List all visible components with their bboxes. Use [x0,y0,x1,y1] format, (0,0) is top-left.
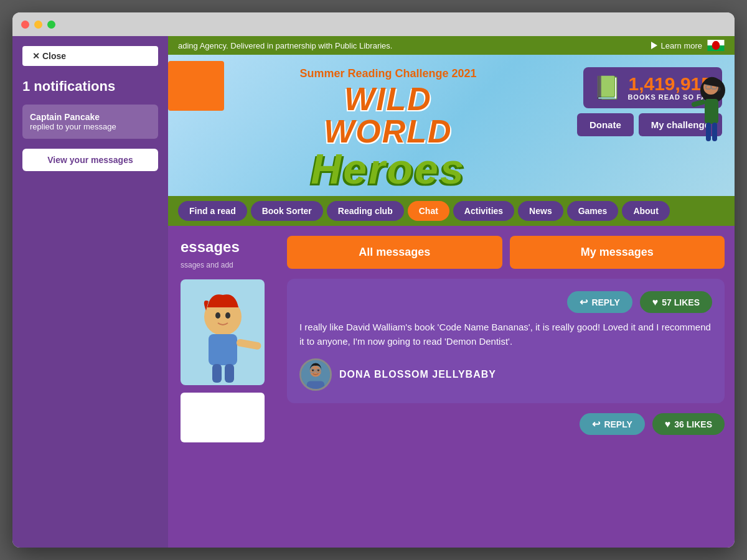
user-avatar-1 [299,358,332,391]
reply-button-2[interactable]: ↩ REPLY [580,413,644,435]
titlebar [12,12,735,36]
reply-arrow-icon-2: ↩ [592,418,600,430]
heart-icon-2: ♥ [665,419,671,430]
nav-book-sorter[interactable]: Book Sorter [251,201,323,221]
svg-rect-16 [209,334,237,365]
svg-point-15 [225,312,230,319]
svg-rect-19 [225,364,234,383]
svg-rect-12 [712,123,717,141]
all-messages-tab[interactable]: All messages [287,236,502,269]
learn-more-label: Learn more [661,41,702,50]
svg-rect-10 [691,99,705,107]
nav-activities[interactable]: Activities [453,201,514,221]
main-messages-panel: All messages My messages ↩ REPLY [277,226,735,548]
view-messages-button[interactable]: View your messages [22,149,158,171]
nav-find-a-read[interactable]: Find a read [178,201,247,221]
close-dot[interactable] [21,21,29,29]
learn-more-link[interactable]: Learn more [651,41,702,50]
notification-panel: ✕ Close 1 notifications Captain Pancake … [12,36,168,548]
donate-button[interactable]: Donate [577,113,634,136]
nav-about[interactable]: About [622,201,669,221]
reply-label-1: REPLY [591,297,619,307]
browser-content: ✕ Close 1 notifications Captain Pancake … [12,36,735,548]
nav-reading-club[interactable]: Reading club [327,201,404,221]
notification-message: replied to your message [30,122,151,131]
top-bar-right: Learn more [651,40,725,51]
likes-count-2: 36 LIKES [674,419,712,429]
play-icon [651,42,657,49]
likes-count-1: 57 LIKES [662,297,700,307]
hero-title-heroes: Heroes [199,147,577,190]
nav-news[interactable]: News [518,201,563,221]
hero-title-wild: WILD [199,83,577,115]
minimize-dot[interactable] [34,21,42,29]
message-text-1: I really like David Walliam's book 'Code… [299,320,712,348]
chat-tabs: All messages My messages [287,236,725,269]
nav-games[interactable]: Games [567,201,619,221]
heart-icon-1: ♥ [652,297,659,308]
message-actions-1: ↩ REPLY ♥ 57 LIKES [299,291,712,313]
close-button[interactable]: ✕ Close [22,46,158,66]
svg-rect-18 [212,364,222,383]
side-card [181,393,265,442]
username-1: DONA BLOSSOM JELLYBABY [339,369,496,380]
chat-area: essages ssages and add [168,226,735,548]
svg-point-3 [714,42,717,45]
top-bar-text: ading Agency. Delivered in partnership w… [178,41,392,50]
notification-sender: Captain Pancake [30,112,151,122]
svg-point-21 [310,366,321,377]
character-illustration [660,72,735,196]
left-side-panel: essages ssages and add [168,226,277,548]
hero-subtitle: Summer Reading Challenge 2021 [199,67,577,80]
main-content: ading Agency. Delivered in partnership w… [168,36,735,548]
side-character [181,279,265,385]
hero-center: Summer Reading Challenge 2021 WILD WORLD… [199,67,577,190]
my-messages-tab[interactable]: My messages [510,236,725,269]
message-actions-2: ↩ REPLY ♥ 36 LIKES [287,413,725,435]
reply-button-1[interactable]: ↩ REPLY [567,291,632,313]
welsh-flag-icon [707,40,725,51]
orange-decoration [168,61,224,111]
svg-rect-27 [307,381,324,391]
notification-item: Captain Pancake replied to your message [22,105,158,139]
hero-title-world: WORLD [199,115,577,147]
svg-rect-9 [705,99,718,124]
likes-button-2[interactable]: ♥ 36 LIKES [652,413,725,435]
hero-section: Summer Reading Challenge 2021 WILD WORLD… [168,55,735,196]
notification-title: 1 notifications [22,78,158,95]
message-card-1: ↩ REPLY ♥ 57 LIKES I really like David W… [287,279,725,403]
messages-title: essages [181,238,265,256]
browser-window: ✕ Close 1 notifications Captain Pancake … [12,12,735,548]
nav-chat[interactable]: Chat [408,201,449,221]
book-icon: 📗 [593,75,621,101]
maximize-dot[interactable] [47,21,55,29]
svg-rect-17 [235,338,261,350]
svg-rect-11 [706,123,711,141]
reply-arrow-icon: ↩ [580,296,588,308]
nav-bar: Find a read Book Sorter Reading club Cha… [168,196,735,226]
reply-label-2: REPLY [604,419,632,429]
top-bar: ading Agency. Delivered in partnership w… [168,36,735,55]
likes-button-1[interactable]: ♥ 57 LIKES [640,291,712,313]
messages-subtitle: ssages and add [181,261,265,269]
svg-point-14 [215,312,220,319]
message-user-1: DONA BLOSSOM JELLYBABY [299,358,712,391]
